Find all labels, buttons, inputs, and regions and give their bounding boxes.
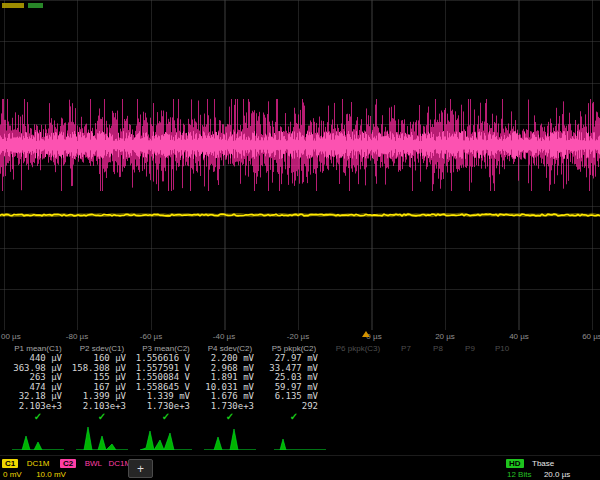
time-tick-label: 20 µs: [435, 332, 455, 341]
c1-scale: 10.0 mV: [36, 470, 66, 479]
trigger-position-marker[interactable]: [362, 331, 370, 337]
measure-status-ok: ✓: [70, 411, 134, 423]
measurement-table: P1 mean(C1) P2 sdev(C1) P3 mean(C2) P4 s…: [6, 344, 600, 423]
measure-header-p7[interactable]: P7: [390, 344, 422, 354]
histicon-row: [6, 424, 600, 452]
time-tick-label: -80 µs: [66, 332, 88, 341]
waveform-grid: [0, 0, 600, 330]
time-tick-label: -40 µs: [213, 332, 235, 341]
measure-header-p8[interactable]: P8: [422, 344, 454, 354]
oscilloscope-screen: 00 µs -80 µs -60 µs -40 µs -20 µs 0 µs 2…: [0, 0, 600, 480]
histicon-p3: [140, 424, 192, 450]
measure-value: 292: [262, 402, 326, 412]
c1-coupling: DC1M: [27, 459, 50, 468]
channel1-descriptor[interactable]: C1 DC1M 0 mV 10.0 mV: [2, 457, 66, 479]
histicon-p4: [204, 424, 256, 450]
measure-header-p9[interactable]: P9: [454, 344, 486, 354]
measure-value: 2.103e+3: [6, 402, 70, 412]
histicon-p1: [12, 424, 64, 450]
measure-header-p10[interactable]: P10: [486, 344, 518, 354]
time-tick-label: 00 µs: [1, 332, 21, 341]
c1-offset: 0 mV: [3, 470, 22, 479]
measure-status-ok: ✓: [262, 411, 326, 423]
timebase-bits: 12 Bits: [507, 470, 531, 479]
bottom-bar: C1 DC1M 0 mV 10.0 mV C2 BWL DC1M + HD Tb…: [0, 455, 600, 480]
measure-row-num: 2.103e+3 2.103e+3 1.730e+3 1.730e+3 292: [6, 402, 600, 412]
histicon-p2: [76, 424, 128, 450]
c2-bwl: BWL: [85, 459, 102, 468]
measure-value: 1.730e+3: [198, 402, 262, 412]
measure-status-ok: ✓: [134, 411, 198, 423]
top-left-indicator-1: [2, 3, 24, 8]
channel2-descriptor[interactable]: C2 BWL DC1M: [60, 457, 131, 468]
histicon-p5: [274, 424, 326, 450]
time-axis: 00 µs -80 µs -60 µs -40 µs -20 µs 0 µs 2…: [0, 330, 600, 344]
hd-badge: HD: [506, 459, 524, 468]
timebase-scale: 20.0 µs: [544, 470, 570, 479]
measure-status-row: ✓ ✓ ✓ ✓ ✓: [6, 411, 600, 423]
measure-header-p6[interactable]: P6 pkpk(C3): [326, 344, 390, 354]
time-tick-label: 60 µs: [582, 332, 600, 341]
timebase-descriptor[interactable]: HD Tbase 12 Bits 20.0 µs: [506, 457, 570, 479]
time-tick-label: -60 µs: [140, 332, 162, 341]
c2-chip[interactable]: C2: [60, 459, 76, 468]
waveform-canvas: [0, 0, 600, 330]
measure-value: 2.103e+3: [70, 402, 134, 412]
measure-status-ok: ✓: [198, 411, 262, 423]
measure-value: 1.730e+3: [134, 402, 198, 412]
time-tick-label: 40 µs: [509, 332, 529, 341]
add-trace-button[interactable]: +: [128, 459, 153, 478]
time-tick-label: -20 µs: [287, 332, 309, 341]
top-left-indicator-2: [28, 3, 43, 8]
measure-status-ok: ✓: [6, 411, 70, 423]
c1-chip[interactable]: C1: [2, 459, 18, 468]
